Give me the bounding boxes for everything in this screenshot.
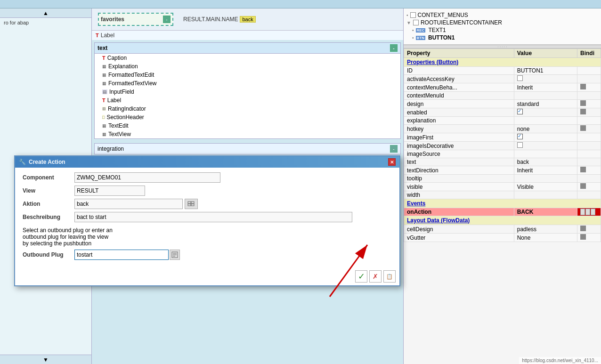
prop-vgutter-bind[interactable] (577, 234, 601, 242)
formatted-text-view-item[interactable]: ▦ FormattedTextView (95, 79, 400, 88)
bind-icon-context-beha[interactable] (580, 84, 586, 89)
prop-onaction-bind[interactable] (577, 208, 601, 216)
dialog-footer: ✓ ✗ 📋 (15, 267, 399, 285)
dialog-ok-btn[interactable]: ✓ (355, 270, 367, 283)
prop-explanation-value[interactable] (514, 117, 577, 125)
outbound-plug-browse-btn[interactable] (170, 250, 180, 260)
prop-tooltip-value[interactable] (514, 175, 577, 183)
tree-item-button1[interactable]: • BTN BUTTON1 (412, 34, 598, 41)
prop-onaction-value[interactable]: BACK (514, 208, 577, 216)
dialog-copy-btn[interactable]: 📋 (383, 270, 396, 283)
enabled-checkbox[interactable]: ✓ (517, 109, 523, 114)
prop-text-value[interactable]: back (514, 158, 577, 166)
bind-icon-celldesign[interactable] (580, 226, 586, 231)
root-container-checkbox[interactable] (413, 20, 419, 25)
beschreibung-input[interactable] (74, 212, 352, 222)
prop-imageisdeco-value[interactable] (514, 142, 577, 150)
prop-activate-value[interactable] (514, 75, 577, 83)
bullet-icon: • (406, 13, 408, 18)
bind-icon-design[interactable] (580, 100, 586, 106)
aktion-search-btn[interactable] (185, 199, 198, 209)
scroll-down-btn[interactable]: ▼ (0, 355, 91, 364)
caption-T-icon: T (102, 55, 106, 61)
scroll-up-btn[interactable]: ▲ (0, 8, 91, 18)
explanation-item[interactable]: ▦ Explanation (95, 62, 400, 71)
aktion-input[interactable] (74, 199, 183, 209)
bind-icon-vgutter[interactable] (580, 234, 586, 240)
bind-icon-textdir[interactable] (580, 167, 586, 172)
outbound-plug-input[interactable] (74, 250, 169, 260)
label-text-item[interactable]: T Label (95, 96, 400, 105)
prop-visible-bind[interactable] (577, 183, 601, 191)
prop-context-id-value[interactable] (514, 92, 577, 100)
onaction-btn3[interactable] (591, 209, 595, 215)
tree-item-context-menus[interactable]: • CONTEXT_MENUS (406, 11, 598, 19)
label-item-row: T Label (92, 31, 403, 40)
prop-id-value[interactable]: BUTTON1 (514, 67, 577, 75)
prop-enabled-bind[interactable] (577, 108, 601, 117)
text-collapse-btn[interactable]: - (390, 44, 398, 52)
formatted-text-edit-icon: ▦ (102, 73, 106, 77)
favorites-collapse-btn[interactable]: - (163, 16, 171, 23)
prop-visible-value[interactable]: Visible (514, 183, 577, 191)
prop-imageisdeco-row: imageIsDecorative (404, 142, 601, 150)
sidebar-label-ro: ro for abap (0, 18, 91, 27)
prop-textdir-value[interactable]: Inherit (514, 166, 577, 175)
view-input[interactable] (74, 186, 145, 196)
text-edit-item[interactable]: ▦ TextEdit (95, 121, 400, 130)
prop-context-beha-value[interactable]: Inherit (514, 83, 577, 92)
component-row: Component (23, 172, 392, 183)
events-link[interactable]: Events (407, 200, 425, 207)
bind-col-header: Bindi (577, 49, 601, 58)
prop-design-value[interactable]: standard (514, 100, 577, 108)
imageisdeco-checkbox[interactable] (517, 142, 523, 148)
prop-design-bind[interactable] (577, 100, 601, 108)
onaction-btn2[interactable] (585, 209, 590, 215)
formatted-text-edit-label: FormattedTextEdit (108, 72, 154, 78)
layout-data-link[interactable]: Layout Data (FlowData) (407, 217, 470, 224)
prop-design-label: design (404, 100, 514, 108)
integration-collapse-btn[interactable]: - (390, 145, 398, 153)
beschreibung-label: Beschreibung (23, 214, 74, 220)
prop-imagefirst-value[interactable]: ✓ (514, 133, 577, 142)
resize-handle[interactable]: · · · · · (404, 45, 601, 49)
bind-icon-hotkey[interactable] (580, 125, 586, 131)
text1-icon: REC (416, 28, 426, 32)
caption-item[interactable]: T Caption (95, 54, 400, 62)
ok-check-icon: ✓ (358, 271, 365, 282)
rating-indicator-item[interactable]: ⊞ RatingIndicator (95, 105, 400, 113)
prop-imageisdeco-label: imageIsDecorative (404, 142, 514, 150)
tree-item-root-container[interactable]: ▼ ROOTUIELEMENTCONTAINER (406, 19, 598, 26)
section-header-item[interactable]: □ SectionHeader (95, 113, 400, 121)
component-input[interactable] (74, 172, 220, 183)
dialog-close-btn[interactable]: ✕ (388, 158, 396, 166)
right-panel: • CONTEXT_MENUS ▼ ROOTUIELEMENTCONTAINER… (403, 8, 601, 364)
onaction-btn1[interactable] (580, 209, 585, 215)
tree-item-text1[interactable]: • REC TEXT1 (412, 26, 598, 34)
imagefirst-checkbox[interactable]: ✓ (517, 134, 523, 139)
prop-imagesource-value[interactable] (514, 150, 577, 158)
bind-icon-visible[interactable] (580, 183, 586, 189)
prop-textdir-bind[interactable] (577, 166, 601, 175)
context-menus-checkbox[interactable] (410, 12, 416, 18)
properties-button-link[interactable]: Properties (Button) (407, 59, 458, 65)
properties-button-section: Properties (Button) (404, 58, 601, 67)
prop-celldesign-bind[interactable] (577, 225, 601, 234)
prop-vgutter-value[interactable]: None (514, 234, 577, 242)
dialog-title-area: 🔧 Create Action (19, 159, 65, 165)
prop-context-beha-bind[interactable] (577, 83, 601, 92)
input-field-item[interactable]: ▤ InputField (95, 88, 400, 96)
prop-hotkey-value[interactable]: none (514, 125, 577, 133)
prop-hotkey-bind[interactable] (577, 125, 601, 133)
prop-enabled-value[interactable]: ✓ (514, 108, 577, 117)
dialog-cancel-btn[interactable]: ✗ (369, 270, 382, 283)
prop-celldesign-value[interactable]: padless (514, 225, 577, 234)
formatted-text-edit-item[interactable]: ▦ FormattedTextEdit (95, 71, 400, 79)
context-menus-label: CONTEXT_MENUS (418, 12, 468, 18)
bind-icon-enabled[interactable] (580, 109, 586, 114)
activate-checkbox[interactable] (517, 75, 523, 81)
view-row: View (23, 186, 392, 196)
text-view-item[interactable]: ▦ TextView (95, 130, 400, 138)
right-tree: • CONTEXT_MENUS ▼ ROOTUIELEMENTCONTAINER… (404, 8, 601, 45)
prop-width-value[interactable] (514, 191, 577, 199)
